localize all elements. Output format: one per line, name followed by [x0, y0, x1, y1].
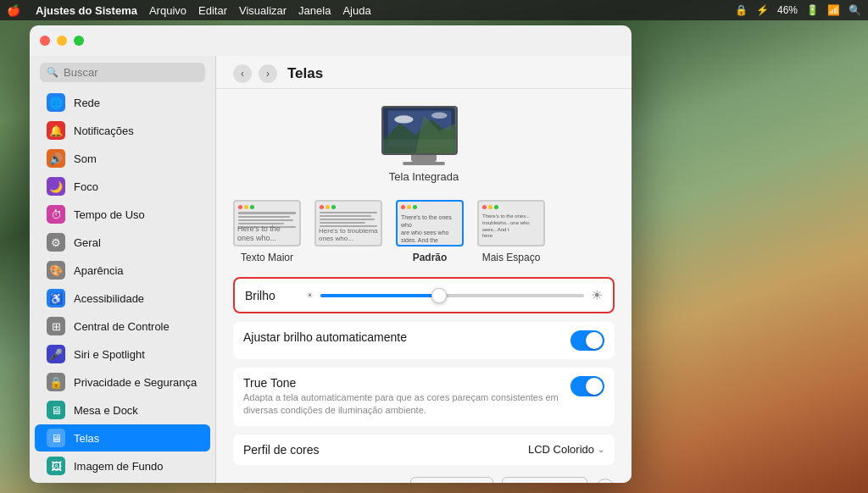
sidebar-item-mesa-dock[interactable]: 🖥 Mesa e Dock [35, 396, 210, 424]
auto-brightness-item: Ajustar brilho automaticamente [233, 322, 615, 359]
sidebar-item-rede[interactable]: 🌐 Rede [35, 89, 210, 116]
res-thumb-texto-maior[interactable]: Here's to the ones who... [233, 200, 301, 246]
search-input[interactable] [64, 66, 198, 79]
chevron-down-icon: ⌄ [598, 445, 604, 454]
res-option-padrao[interactable]: There's to the ones whoare who sees whos… [396, 200, 464, 263]
svg-point-4 [394, 115, 413, 123]
menu-bar: 🍎 Ajustes do Sistema Arquivo Editar Visu… [0, 0, 868, 20]
res-option-custom[interactable]: Here's to troublemaones who... [314, 200, 382, 263]
resolution-options: Here's to the ones who... Texto Maior [216, 200, 632, 277]
auto-brightness-toggle[interactable] [570, 330, 604, 351]
auto-brightness-info: Ajustar brilho automaticamente [243, 330, 560, 346]
system-preferences-window: 🔍 🌐 Rede 🔔 Notificações 🔊 Som 🌙 Foco [30, 25, 632, 483]
battery-pct: 46% [777, 4, 798, 16]
sidebar-item-imagem[interactable]: 🖼 Imagem de Fundo [35, 452, 210, 479]
page-title: Telas [287, 65, 323, 82]
back-button[interactable]: ‹ [233, 64, 252, 83]
central-icon: ⊞ [47, 317, 65, 335]
dot-yellow-4 [488, 205, 492, 209]
privacidade-icon: 🔒 [47, 373, 65, 391]
sidebar-item-telas[interactable]: 🖥 Telas [35, 424, 210, 451]
sidebar-item-tempo-uso[interactable]: ⏱ Tempo de Uso [35, 201, 210, 228]
res-label-mais-espaco: Mais Espaço [482, 252, 541, 263]
geral-icon: ⚙ [47, 233, 65, 252]
sidebar-label-notificacoes: Notificações [74, 125, 134, 137]
monitor-screen [381, 106, 458, 155]
res-thumb-custom[interactable]: Here's to troublemaones who... [314, 200, 382, 246]
menu-arquivo[interactable]: Arquivo [149, 4, 186, 17]
telas-icon: 🖥 [47, 429, 65, 447]
sidebar-label-central: Central de Controle [74, 320, 170, 333]
menu-ajuda[interactable]: Ajuda [342, 4, 370, 17]
search-icon: 🔍 [47, 67, 58, 78]
sidebar-item-som[interactable]: 🔊 Som [35, 145, 210, 172]
sidebar-label-aparencia: Aparência [74, 264, 124, 277]
imagem-icon: 🖼 [47, 457, 65, 475]
sidebar-item-protetor[interactable]: 💤 Protetor de Tela [35, 480, 210, 483]
sidebar-item-foco[interactable]: 🌙 Foco [35, 173, 210, 200]
sidebar-label-foco: Foco [74, 180, 98, 193]
sidebar-item-notificacoes[interactable]: 🔔 Notificações [35, 117, 210, 144]
apple-menu[interactable]: 🍎 [7, 4, 20, 17]
sidebar-item-privacidade[interactable]: 🔒 Privacidade e Segurança [35, 368, 210, 396]
sidebar-item-aparencia[interactable]: 🎨 Aparência [35, 257, 210, 284]
sidebar-item-geral[interactable]: ⚙ Geral [35, 229, 210, 256]
wifi-icon: 📶 [827, 4, 840, 16]
toggle-row-truetone: True Tone Adapta a tela automaticamente … [233, 368, 615, 426]
sidebar-item-central[interactable]: ⊞ Central de Controle [35, 313, 210, 340]
true-tone-toggle[interactable] [570, 376, 604, 396]
settings-section: Brilho ☀ ☀ Ajustar brilho automa [216, 277, 632, 477]
brightness-track[interactable] [320, 294, 584, 297]
window-controls [40, 36, 84, 46]
search-box[interactable]: 🔍 [40, 63, 205, 82]
menu-visualizar[interactable]: Visualizar [239, 4, 287, 17]
brightness-thumb[interactable] [431, 288, 447, 303]
res-option-texto-maior[interactable]: Here's to the ones who... Texto Maior [233, 200, 301, 263]
true-tone-item: True Tone Adapta a tela automaticamente … [233, 368, 615, 426]
res-option-mais-espaco[interactable]: There's to the ones...troublesho...one w… [477, 200, 545, 263]
menu-janela[interactable]: Janela [298, 4, 331, 17]
dot-red [238, 205, 242, 209]
sidebar-item-siri[interactable]: 🎤 Siri e Spotlight [35, 341, 210, 368]
menu-editar[interactable]: Editar [198, 4, 227, 17]
dot-green-4 [494, 205, 498, 209]
search-menu-icon[interactable]: 🔍 [849, 4, 861, 16]
sidebar-label-tempo: Tempo de Uso [74, 208, 145, 221]
help-button[interactable]: ? [596, 479, 615, 483]
aparencia-icon: 🎨 [47, 261, 65, 280]
sidebar-label-privacidade: Privacidade e Segurança [74, 376, 197, 389]
sidebar: 🔍 🌐 Rede 🔔 Notificações 🔊 Som 🌙 Foco [30, 56, 216, 483]
sidebar-label-som: Som [74, 152, 97, 165]
svg-point-5 [431, 113, 448, 119]
true-tone-title: True Tone [243, 376, 560, 390]
monitor-base [403, 162, 445, 165]
dot-red-2 [320, 205, 324, 209]
res-thumb-padrao[interactable]: There's to the ones whoare who sees whos… [396, 200, 464, 246]
brightness-fill [320, 294, 439, 297]
true-tone-info: True Tone Adapta a tela automaticamente … [243, 376, 560, 418]
true-tone-desc: Adapta a tela automaticamente para que a… [243, 391, 560, 418]
minimize-button[interactable] [57, 36, 67, 46]
dot-green [250, 205, 254, 209]
profile-label: Perfil de cores [243, 443, 319, 457]
foco-icon: 🌙 [47, 177, 65, 196]
profile-select[interactable]: LCD Colorido ⌄ [528, 443, 604, 456]
monitor-stand [411, 155, 437, 162]
res-thumb-mais-espaco[interactable]: There's to the ones...troublesho...one w… [477, 200, 545, 246]
maximize-button[interactable] [74, 36, 84, 46]
night-shift-button[interactable]: Night Shift... [502, 477, 587, 483]
forward-button[interactable]: › [259, 64, 277, 83]
res-label-padrao: Padrão [413, 252, 448, 263]
sidebar-label-geral: Geral [74, 236, 101, 249]
window-body: 🔍 🌐 Rede 🔔 Notificações 🔊 Som 🌙 Foco [30, 56, 632, 483]
close-button[interactable] [40, 36, 50, 46]
dot-yellow [244, 205, 248, 209]
monitor-icon [381, 106, 466, 165]
advanced-button[interactable]: Avançado... [410, 477, 493, 483]
sidebar-label-acessibilidade: Acessibilidade [74, 292, 144, 305]
monitor-label: Tela Integrada [389, 170, 459, 183]
color-profile-row: Perfil de cores LCD Colorido ⌄ [233, 435, 615, 465]
dot-red-4 [482, 205, 487, 209]
app-name[interactable]: Ajustes do Sistema [36, 4, 137, 17]
sidebar-item-acessibilidade[interactable]: ♿ Acessibilidade [35, 285, 210, 312]
